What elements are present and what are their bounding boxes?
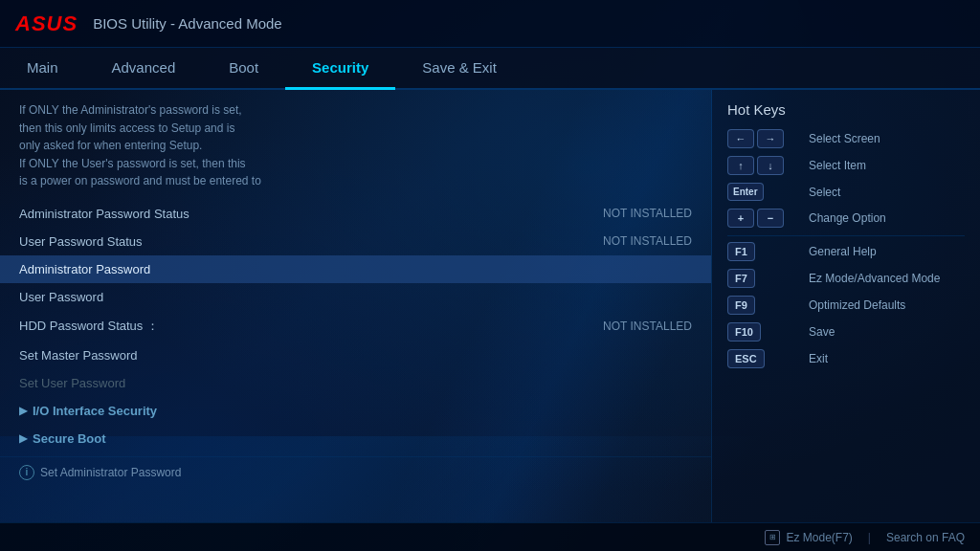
- desc-line-5: is a power on password and must be enter…: [19, 174, 261, 187]
- hotkey-select-item-label: Select Item: [809, 159, 866, 172]
- hotkey-ez-mode-label: Ez Mode/Advanced Mode: [809, 272, 940, 285]
- content-area: If ONLY the Administrator's password is …: [0, 90, 712, 522]
- io-interface-label: I/O Interface Security: [33, 404, 692, 418]
- description-block: If ONLY the Administrator's password is …: [0, 101, 479, 200]
- hotkey-select-item: ↑ ↓ Select Item: [727, 156, 965, 175]
- key-f9[interactable]: F9: [727, 296, 755, 315]
- hotkey-select: Enter Select: [727, 183, 965, 201]
- key-right-arrow[interactable]: →: [757, 129, 784, 148]
- set-master-pw-label: Set Master Password: [19, 348, 692, 363]
- desc-line-2: then this only limits access to Setup an…: [19, 121, 234, 135]
- hotkey-separator-1: [727, 235, 965, 236]
- hotkeys-panel: Hot Keys ← → Select Screen ↑ ↓ Select It…: [712, 90, 980, 522]
- navigation-bar: Main Advanced Boot Security Save & Exit: [0, 48, 980, 90]
- change-option-keys: + −: [727, 209, 799, 228]
- tab-save-exit[interactable]: Save & Exit: [395, 48, 523, 90]
- key-down-arrow[interactable]: ↓: [757, 156, 784, 175]
- menu-item-io-interface[interactable]: ▶ I/O Interface Security: [0, 397, 711, 425]
- ez-mode-keys: F7: [727, 269, 799, 288]
- select-screen-keys: ← →: [727, 129, 799, 148]
- status-bar-text: Set Administrator Password: [40, 466, 181, 479]
- main-layout: If ONLY the Administrator's password is …: [0, 90, 980, 522]
- search-faq-label[interactable]: Search on FAQ: [886, 531, 965, 544]
- hdd-pw-status-label: HDD Password Status ：: [19, 318, 603, 335]
- hotkey-general-help-label: General Help: [809, 245, 877, 258]
- hotkey-optimized-defaults-label: Optimized Defaults: [809, 298, 905, 312]
- secure-boot-label: Secure Boot: [33, 431, 692, 446]
- hotkey-ez-mode: F7 Ez Mode/Advanced Mode: [727, 269, 965, 288]
- key-enter[interactable]: Enter: [727, 183, 764, 201]
- select-keys: Enter: [727, 183, 799, 201]
- secure-boot-arrow-icon: ▶: [19, 432, 27, 445]
- hotkey-change-option-label: Change Option: [809, 211, 886, 225]
- hdd-pw-status-value: NOT INSTALLED: [603, 320, 692, 333]
- hotkeys-title: Hot Keys: [727, 101, 965, 118]
- ez-mode-label: Ez Mode(F7): [786, 531, 852, 544]
- hotkey-optimized-defaults: F9 Optimized Defaults: [727, 296, 965, 315]
- info-icon: i: [19, 465, 34, 480]
- menu-item-hdd-pw-status[interactable]: HDD Password Status ： NOT INSTALLED: [0, 311, 711, 342]
- tab-advanced[interactable]: Advanced: [85, 48, 203, 90]
- status-bar-info: i Set Administrator Password: [0, 456, 711, 486]
- tab-main[interactable]: Main: [0, 48, 85, 90]
- io-arrow-icon: ▶: [19, 405, 27, 417]
- user-password-label: User Password: [19, 290, 692, 304]
- hotkey-change-option: + − Change Option: [727, 209, 965, 228]
- header-bar: ASUS BIOS Utility - Advanced Mode: [0, 0, 980, 48]
- hotkey-save: F10 Save: [727, 322, 965, 342]
- key-esc[interactable]: ESC: [727, 349, 765, 368]
- menu-item-user-password[interactable]: User Password: [0, 283, 711, 311]
- hotkey-exit: ESC Exit: [727, 349, 965, 368]
- asus-logo: ASUS: [15, 11, 78, 36]
- hotkey-general-help: F1 General Help: [727, 242, 965, 261]
- admin-pw-status-label: Administrator Password Status: [19, 207, 603, 221]
- key-minus[interactable]: −: [757, 209, 784, 228]
- tab-security[interactable]: Security: [285, 48, 395, 90]
- hotkey-exit-label: Exit: [809, 352, 828, 365]
- key-f10[interactable]: F10: [727, 322, 761, 342]
- menu-item-user-pw-status[interactable]: User Password Status NOT INSTALLED: [0, 228, 711, 255]
- key-f1[interactable]: F1: [727, 242, 755, 261]
- general-help-keys: F1: [727, 242, 799, 261]
- bottom-bar: ⊞ Ez Mode(F7) | Search on FAQ: [0, 522, 980, 551]
- hotkey-select-screen: ← → Select Screen: [727, 129, 965, 148]
- hotkey-select-screen-label: Select Screen: [809, 132, 880, 145]
- bios-title: BIOS Utility - Advanced Mode: [93, 15, 282, 32]
- ez-mode-icon: ⊞: [765, 530, 780, 545]
- desc-line-3: only asked for when entering Setup.: [19, 139, 202, 152]
- user-pw-status-value: NOT INSTALLED: [603, 234, 692, 248]
- key-f7[interactable]: F7: [727, 269, 755, 288]
- exit-keys: ESC: [727, 349, 799, 368]
- bottom-separator: |: [868, 531, 871, 544]
- desc-line-1: If ONLY the Administrator's password is …: [19, 103, 242, 117]
- key-plus[interactable]: +: [727, 209, 754, 228]
- menu-item-admin-pw-status[interactable]: Administrator Password Status NOT INSTAL…: [0, 200, 711, 228]
- menu-item-set-user-pw: Set User Password: [0, 369, 711, 397]
- user-pw-status-label: User Password Status: [19, 234, 603, 249]
- admin-password-label: Administrator Password: [19, 262, 692, 276]
- desc-line-4: If ONLY the User's password is set, then…: [19, 157, 246, 170]
- optimized-defaults-keys: F9: [727, 296, 799, 315]
- menu-item-set-master-pw[interactable]: Set Master Password: [0, 342, 711, 369]
- key-up-arrow[interactable]: ↑: [727, 156, 754, 175]
- ez-mode-button[interactable]: ⊞ Ez Mode(F7): [765, 530, 852, 545]
- key-left-arrow[interactable]: ←: [727, 129, 754, 148]
- tab-boot[interactable]: Boot: [202, 48, 285, 90]
- hotkey-select-label: Select: [809, 186, 840, 199]
- save-keys: F10: [727, 322, 799, 342]
- admin-pw-status-value: NOT INSTALLED: [603, 207, 692, 220]
- menu-scroll: Administrator Password Status NOT INSTAL…: [0, 200, 711, 452]
- menu-item-secure-boot[interactable]: ▶ Secure Boot: [0, 425, 711, 452]
- set-user-pw-label: Set User Password: [19, 376, 692, 390]
- hotkey-save-label: Save: [809, 325, 835, 339]
- menu-item-admin-password[interactable]: Administrator Password: [0, 255, 711, 283]
- select-item-keys: ↑ ↓: [727, 156, 799, 175]
